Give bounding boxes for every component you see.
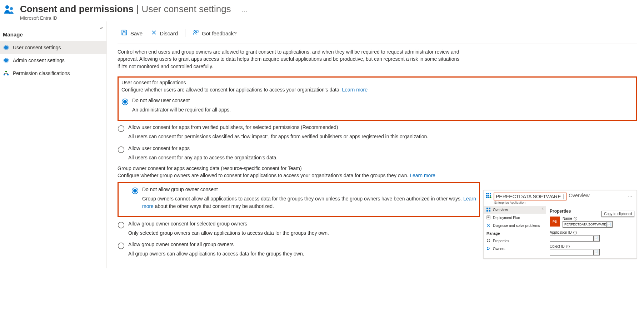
mini-nav-deployment[interactable]: Deployment Plan xyxy=(484,214,546,222)
mini-nav-owners[interactable]: Owners xyxy=(484,245,546,253)
collapse-nav-button[interactable]: « xyxy=(100,25,103,31)
consent-icon xyxy=(3,4,16,18)
svg-rect-2 xyxy=(5,71,7,72)
main-content: Save Discard Got feedback? Control when … xyxy=(106,21,644,268)
radio-verified-publishers[interactable]: Allow user consent for apps from verifie… xyxy=(118,123,637,133)
svg-point-7 xyxy=(123,100,127,104)
radio-no-user-consent[interactable]: Do not allow user consent xyxy=(121,96,633,106)
info-icon[interactable]: i xyxy=(573,231,577,234)
mini-collapse-button[interactable]: « xyxy=(541,207,544,210)
nav-section-manage: Manage xyxy=(0,29,106,41)
radio-unselected-icon[interactable] xyxy=(118,125,125,132)
save-button[interactable]: Save xyxy=(118,27,146,39)
page-header: Consent and permissions | User consent s… xyxy=(0,0,644,21)
svg-point-22 xyxy=(490,197,491,198)
svg-point-13 xyxy=(118,243,124,249)
mini-nav-diagnose[interactable]: Diagnose and solve problems xyxy=(484,222,546,229)
svg-point-11 xyxy=(133,189,137,193)
field-label-object-id: Object IDi xyxy=(550,244,633,248)
owners-icon xyxy=(486,247,491,251)
header-more-button[interactable]: … xyxy=(241,6,248,14)
copy-button[interactable]: 📄 xyxy=(593,236,599,241)
svg-rect-28 xyxy=(487,239,488,240)
svg-rect-3 xyxy=(4,74,5,75)
svg-rect-14 xyxy=(486,193,488,194)
name-input[interactable]: PERFECTDATA SOFTWARE📄 xyxy=(563,221,613,228)
radio-no-group-consent[interactable]: Do not allow group owner consent xyxy=(121,185,476,195)
app-id-input[interactable]: 📄 xyxy=(550,235,600,242)
page-subtitle: User consent settings xyxy=(142,4,231,15)
svg-point-1 xyxy=(10,7,13,10)
mini-nav-properties[interactable]: Properties xyxy=(484,237,546,245)
feedback-button[interactable]: Got feedback? xyxy=(189,27,240,39)
svg-rect-21 xyxy=(488,197,489,198)
copy-button[interactable]: 📄 xyxy=(593,250,599,255)
svg-point-12 xyxy=(118,222,124,228)
mini-nav-overview[interactable]: Overview xyxy=(484,206,546,214)
svg-rect-15 xyxy=(488,193,489,194)
radio-allow-user-consent[interactable]: Allow user consent for apps xyxy=(118,144,637,154)
svg-rect-30 xyxy=(487,241,488,242)
radio-unselected-icon[interactable] xyxy=(118,146,125,153)
learn-more-link[interactable]: Learn more xyxy=(410,173,435,178)
sidebar-item-admin-consent[interactable]: Admin consent settings xyxy=(0,54,106,67)
field-label-app-id: Application IDi xyxy=(550,230,633,234)
radio-description: An administrator will be required for al… xyxy=(132,106,633,113)
app-avatar: PS xyxy=(550,217,560,227)
info-icon[interactable]: i xyxy=(574,217,577,220)
copy-tooltip: Copy to clipboard xyxy=(601,211,634,217)
mini-properties-pane: Copy to clipboard Properties PS Namei PE… xyxy=(546,206,636,258)
mini-page-subtitle: Overview xyxy=(569,193,589,198)
svg-point-9 xyxy=(118,146,124,153)
page-title: Consent and permissions xyxy=(20,4,134,15)
svg-rect-26 xyxy=(489,210,490,212)
sidebar-item-label: User consent settings xyxy=(13,45,61,50)
overlay-app-panel: PERFECTDATA SOFTWARE | Overview … Enterp… xyxy=(483,190,637,259)
svg-point-8 xyxy=(118,126,124,132)
sidebar-item-label: Permission classifications xyxy=(13,70,70,76)
save-icon xyxy=(121,29,128,37)
sidebar-item-user-consent[interactable]: User consent settings xyxy=(0,41,106,54)
sidebar-item-label: Admin consent settings xyxy=(13,58,65,63)
radio-unselected-icon[interactable] xyxy=(118,242,125,249)
discard-button[interactable]: Discard xyxy=(148,28,181,39)
mini-side-nav: « Overview Deployment Plan Diagnose and … xyxy=(484,206,546,258)
radio-selected-icon[interactable] xyxy=(131,187,139,194)
svg-rect-20 xyxy=(486,197,488,198)
field-label-name: Namei xyxy=(563,217,633,220)
toolbar-separator xyxy=(185,29,185,37)
mini-title-highlight: PERFECTDATA SOFTWARE | xyxy=(494,193,566,200)
group-consent-desc: Configure whether group owners are allow… xyxy=(118,172,475,179)
app-tile-icon xyxy=(486,193,491,199)
mini-more-button[interactable]: … xyxy=(628,193,634,198)
radio-unselected-icon[interactable] xyxy=(118,222,125,229)
grid-icon xyxy=(486,208,491,212)
sidebar-item-permission-classifications[interactable]: Permission classifications xyxy=(0,67,106,80)
gear-icon xyxy=(3,57,9,64)
hierarchy-icon xyxy=(3,70,9,76)
svg-rect-16 xyxy=(490,193,491,194)
group-consent-title: Group owner consent for apps accessing d… xyxy=(118,165,637,171)
copy-button[interactable]: 📄 xyxy=(606,222,612,227)
intro-text: Control when end users and group owners … xyxy=(118,48,460,70)
svg-rect-17 xyxy=(486,195,488,196)
object-id-input[interactable]: 📄 xyxy=(550,249,600,255)
plan-icon xyxy=(486,215,491,220)
svg-rect-19 xyxy=(490,195,491,196)
mini-tenant-label: Enterprise Application xyxy=(494,201,636,204)
user-consent-highlight: User consent for applications Configure … xyxy=(118,76,637,121)
svg-point-5 xyxy=(194,31,196,33)
learn-more-link[interactable]: Learn more xyxy=(342,87,368,93)
toolbar: Save Discard Got feedback? xyxy=(118,21,637,44)
svg-rect-31 xyxy=(489,241,490,242)
user-consent-title: User consent for applications xyxy=(121,80,633,85)
info-icon[interactable]: i xyxy=(566,245,570,248)
side-nav: « Manage User consent settings Admin con… xyxy=(0,21,106,268)
close-icon xyxy=(151,30,157,37)
diagnose-icon xyxy=(486,223,491,228)
radio-selected-icon[interactable] xyxy=(121,98,129,105)
gear-icon xyxy=(3,44,9,51)
svg-rect-18 xyxy=(488,195,489,196)
radio-description: All users can consent for any app to acc… xyxy=(128,154,637,161)
svg-point-33 xyxy=(489,248,490,249)
